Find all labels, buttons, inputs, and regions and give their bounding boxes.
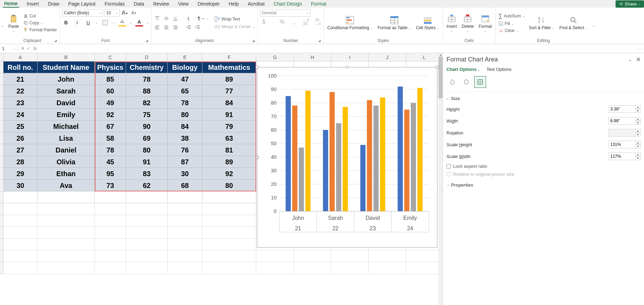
insert-cells-button[interactable]: Insert⌄ [445,13,458,33]
data-cell[interactable]: Ava [37,180,95,191]
rotation-input[interactable] [609,129,636,137]
tab-data[interactable]: Data [133,0,146,7]
header-cell[interactable]: Physics [95,61,126,73]
data-cell[interactable]: Lisa [37,132,95,144]
copy-button[interactable]: Copy ⌄ [23,20,58,26]
col-header-I[interactable]: I [331,53,369,61]
tab-draw[interactable]: Draw [47,0,61,7]
tab-formulas[interactable]: Formulas [103,0,126,7]
data-cell[interactable]: 87 [168,156,202,168]
lock-aspect-checkbox[interactable]: Lock aspect ratio [446,162,641,170]
data-cell[interactable]: 30 [3,180,37,191]
data-cell[interactable]: 75 [126,109,168,121]
data-cell[interactable]: 76 [168,144,202,156]
enter-formula-icon[interactable]: ✓ [27,46,31,51]
data-cell[interactable]: 62 [126,180,168,191]
paste-button[interactable]: Paste ⌄ [7,13,20,33]
scale-width-input[interactable] [609,152,636,160]
height-input[interactable] [609,105,636,113]
size-properties-tab[interactable] [474,76,486,88]
data-cell[interactable]: 23 [3,97,37,109]
data-cell[interactable]: 92 [95,109,126,121]
data-cell[interactable]: 78 [95,144,126,156]
tab-view[interactable]: View [177,0,190,7]
data-cell[interactable]: 79 [202,121,256,132]
data-cell[interactable]: 91 [202,109,256,121]
tab-page-layout[interactable]: Page Layout [67,0,97,7]
data-cell[interactable]: 78 [168,97,202,109]
data-cell[interactable]: 95 [95,168,126,180]
accounting-format-button[interactable]: $ [260,18,268,26]
data-cell[interactable]: Sarah [37,85,95,97]
chart-bar[interactable] [374,106,379,212]
tab-insert[interactable]: Insert [25,0,40,7]
col-header-C[interactable]: C [95,53,126,61]
sort-filter-button[interactable]: AZSort & Filter ⌄ [528,15,556,31]
header-cell[interactable]: Roll no. [3,61,37,73]
decrease-decimal-button[interactable]: .00→.0 [314,18,321,26]
name-box[interactable]: 1⌄ [0,46,18,51]
conditional-formatting-button[interactable]: Conditional Formatting ⌄ [326,15,374,31]
col-header-H[interactable]: H [294,53,331,61]
decrease-font-button[interactable]: A▼ [130,9,138,17]
data-cell[interactable]: 30 [168,168,202,180]
size-section-toggle[interactable]: ⌄Size [446,94,641,103]
chart-bar[interactable] [398,86,403,211]
data-cell[interactable]: Ethan [37,168,95,180]
data-cell[interactable]: Michael [37,121,95,132]
data-cell[interactable]: 22 [3,85,37,97]
data-cell[interactable]: 80 [168,109,202,121]
data-cell[interactable]: 85 [95,73,126,85]
width-input[interactable] [609,117,636,125]
data-cell[interactable]: 27 [3,144,37,156]
chart-bar[interactable] [336,123,341,212]
chart-bar[interactable] [360,145,366,211]
data-cell[interactable]: 26 [3,132,37,144]
chart-options-tab[interactable]: Chart Options ⌄ [446,67,480,72]
alignment-dialog-launcher[interactable]: ◢ [252,39,255,42]
data-cell[interactable]: 92 [202,168,256,180]
fill-color-button[interactable] [118,19,126,26]
format-painter-button[interactable]: Format Painter [23,27,58,33]
data-cell[interactable]: David [37,97,95,109]
col-header-L[interactable]: L [406,53,443,61]
align-top-button[interactable] [153,15,161,22]
clear-button[interactable]: Clear ⌄ [498,28,526,33]
tab-help[interactable]: Help [227,0,240,7]
chart-bar[interactable] [380,97,385,211]
autosum-button[interactable]: ∑ AutoSum ⌄ [498,13,526,19]
align-middle-button[interactable] [162,15,170,22]
wrap-text-button[interactable]: Wrap Text [214,16,256,22]
data-cell[interactable]: 82 [126,97,168,109]
data-cell[interactable]: John [37,73,95,85]
chart-bar[interactable] [329,92,335,212]
data-cell[interactable]: 68 [168,180,202,191]
align-bottom-button[interactable] [172,15,179,22]
data-cell[interactable]: Emily [37,109,95,121]
increase-indent-button[interactable] [194,24,201,31]
italic-button[interactable]: I [73,19,81,26]
tab-chart-design[interactable]: Chart Design [272,0,303,7]
data-cell[interactable]: 90 [126,121,168,132]
col-header-B[interactable]: B [37,53,95,61]
cut-button[interactable]: Cut [23,13,58,19]
tab-acrobat[interactable]: Acrobat [246,0,266,7]
pane-options-dropdown[interactable]: ⌄ [628,57,632,62]
clipboard-dialog-launcher[interactable]: ◢ [54,39,57,42]
font-size-select[interactable]: 10⌄ [104,9,120,17]
align-right-button[interactable] [172,24,179,31]
embedded-chart[interactable]: 0102030405060708090100John21Sarah22David… [257,67,437,248]
properties-section-toggle[interactable]: ⌄Properties [446,180,641,190]
data-cell[interactable]: 63 [202,132,256,144]
worksheet-area[interactable]: ABCDEFGHIJLRoll no.Student NamePhysicsCh… [0,53,443,305]
col-header-G[interactable]: G [256,53,294,61]
increase-decimal-button[interactable]: ←.0.00 [302,18,310,26]
tab-developer[interactable]: Developer [196,0,221,7]
chart-bar[interactable] [305,91,310,211]
data-cell[interactable]: 47 [168,73,202,85]
percent-button[interactable]: % [278,18,286,26]
ribbon-leading-dropdown[interactable]: ⌄ [0,8,5,44]
data-cell[interactable]: 80 [202,180,256,191]
data-cell[interactable]: 45 [95,156,126,168]
tab-home[interactable]: Home [3,0,19,8]
